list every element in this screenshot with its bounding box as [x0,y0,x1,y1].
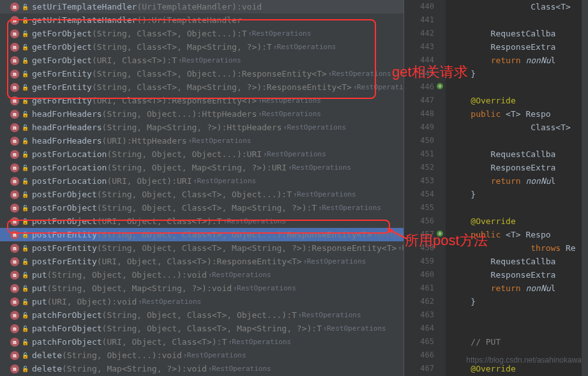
method-item[interactable]: m🔓postForLocation(String, Object, Object… [0,147,403,161]
method-icon: m [10,123,19,132]
method-item[interactable]: m🔓postForObject(String, Object, Class<T>… [0,188,403,201]
method-return: T [317,324,322,333]
method-icon: m [10,150,19,159]
method-icon: m [10,217,19,226]
method-item[interactable]: m🔓put(String, Object, Object...): voidRe… [0,268,403,282]
method-item[interactable]: m🔓getForObject(String, Class<T>, Object.… [0,27,403,40]
method-icon: m [10,365,19,373]
lock-icon: 🔓 [22,339,28,345]
method-params: (String, Object, Class<T>, Object...): [97,190,287,199]
lock-icon: 🔓 [22,192,28,198]
override-marker-icon[interactable]: o [437,83,443,89]
method-return: void [117,297,137,306]
method-icon: m [10,271,19,280]
gutter-line: 453 [404,174,434,188]
method-origin: RestOperations [303,257,366,266]
completion-popup[interactable]: m🔓setUriTemplateHandler(UriTemplateHandl… [0,0,403,376]
method-item[interactable]: m🔓getForEntity(String, Class<T>, Object.… [0,67,403,80]
method-return: T [267,42,272,52]
method-name: postForEntity [32,230,97,239]
method-name: getForEntity [32,82,92,92]
method-name: patchForObject [32,310,102,320]
method-params: (String, Object, Class<T>, Map<String, ?… [97,203,312,213]
method-item[interactable]: m🔓patchForObject(String, Object, Class<T… [0,322,403,335]
method-icon: m [10,43,19,52]
method-return: ResponseEntity<T> [217,257,302,266]
method-icon: m [10,338,19,347]
method-params: (URI, Class<T>): [92,96,172,105]
gutter-line: 459 [404,255,434,268]
method-item[interactable]: m🔓getForObject(URI, Class<T>): TRestOper… [0,54,403,67]
method-item[interactable]: m🔓patchForObject(URI, Object, Class<T>):… [0,335,403,349]
method-item[interactable]: m🔓getForObject(String, Class<T>, Map<Str… [0,40,403,54]
method-return: T [292,310,297,320]
method-item[interactable]: m🔓setUriTemplateHandler(UriTemplateHandl… [0,0,403,13]
method-params: (): [137,15,151,25]
method-icon: m [10,83,19,92]
method-params: (URI, Object, Class<T>): [97,257,217,266]
method-item[interactable]: m🔓getForEntity(String, Class<T>, Map<Str… [0,80,403,94]
method-item[interactable]: m🔓postForObject(URI, Object, Class<T>): … [0,214,403,228]
method-item[interactable]: m🔓patchForObject(String, Object, Class<T… [0,308,403,322]
method-item[interactable]: m🔓postForEntity(URI, Object, Class<T>): … [0,255,403,268]
method-origin: RestOperations [288,163,351,172]
code-line: return nonNul [451,54,588,67]
method-item[interactable]: m🔓put(URI, Object): voidRestOperations [0,295,403,308]
method-icon: m [10,257,19,266]
method-origin: RestOperations [328,70,391,78]
lock-icon: 🔓 [22,165,28,171]
code-line: ResponseExtra [451,40,588,54]
method-params: (String, Map<String, ?>): [102,123,227,132]
method-item[interactable]: m🔓headForHeaders(String, Map<String, ?>)… [0,121,403,134]
method-return: void [212,283,232,293]
method-item[interactable]: m🔓getForEntity(URI, Class<T>): ResponseE… [0,94,403,107]
method-item[interactable]: m🔓postForEntity(String, Object, Class<T>… [0,228,403,241]
method-item[interactable]: m🔓delete(String, Object...): voidRestOpe… [0,349,403,362]
gutter-line: 458 [404,241,434,255]
method-item[interactable]: m🔓headForHeaders(String, Object...): Htt… [0,107,403,121]
method-origin: RestOperations [258,96,321,105]
code-line [451,134,588,147]
editor-gutter: 440441442443444445446o447448449450451452… [404,0,446,376]
lock-icon: 🔓 [22,84,28,91]
method-params: (String, Object, Map<String, ?>): [47,283,211,293]
gutter-line: 449 [404,121,434,134]
method-item[interactable]: m🔓postForEntity(String, Object, Class<T>… [0,241,403,255]
method-item[interactable]: m🔓put(String, Object, Map<String, ?>): v… [0,282,403,295]
method-item[interactable]: m🔓postForLocation(String, Object, Map<St… [0,161,403,174]
code-line: } [451,188,588,201]
lock-icon: 🔓 [22,366,28,372]
method-item[interactable]: m🔓postForLocation(URI, Object): URIRestO… [0,174,403,188]
lock-icon: 🔓 [22,352,28,359]
gutter-line: 461 [404,282,434,295]
lock-icon: 🔓 [22,245,28,252]
lock-icon: 🔓 [22,205,28,211]
scrollbar[interactable] [582,0,588,376]
method-item[interactable]: m🔓getUriTemplateHandler(): UriTemplateHa… [0,13,403,27]
method-return: HttpHeaders [227,123,282,132]
method-item[interactable]: m🔓headForHeaders(URI): HttpHeadersRestOp… [0,134,403,147]
override-marker-icon[interactable]: o [437,230,443,237]
method-return: URI [247,149,262,159]
method-name: delete [32,350,62,360]
method-name: delete [32,364,62,373]
method-origin: RestOperations [323,324,386,333]
method-name: put [32,270,47,280]
method-item[interactable]: m🔓postForObject(String, Object, Class<T>… [0,201,403,214]
method-params: (URI, Object): [107,176,177,186]
method-params: (String, Object, Class<T>, Object...): [97,230,287,239]
gutter-line: 457o [404,228,434,241]
gutter-line: 454 [404,188,434,201]
code-line: RequestCallba [451,255,588,268]
method-params: (URI): [102,136,132,146]
method-item[interactable]: m🔓delete(String, Map<String, ?>): voidRe… [0,362,403,375]
code-area[interactable]: Class<T> RequestCallba ResponseExtra ret… [446,0,588,376]
lock-icon: 🔓 [22,312,28,319]
code-line: throws Re [451,241,588,255]
lock-icon: 🔓 [22,57,28,64]
code-line: public <T> Respo [451,107,588,121]
method-origin: RestOperations [263,150,326,158]
method-params: (String, Class<T>, Object...): [92,29,242,38]
method-icon: m [10,29,19,38]
method-icon: m [10,284,19,293]
